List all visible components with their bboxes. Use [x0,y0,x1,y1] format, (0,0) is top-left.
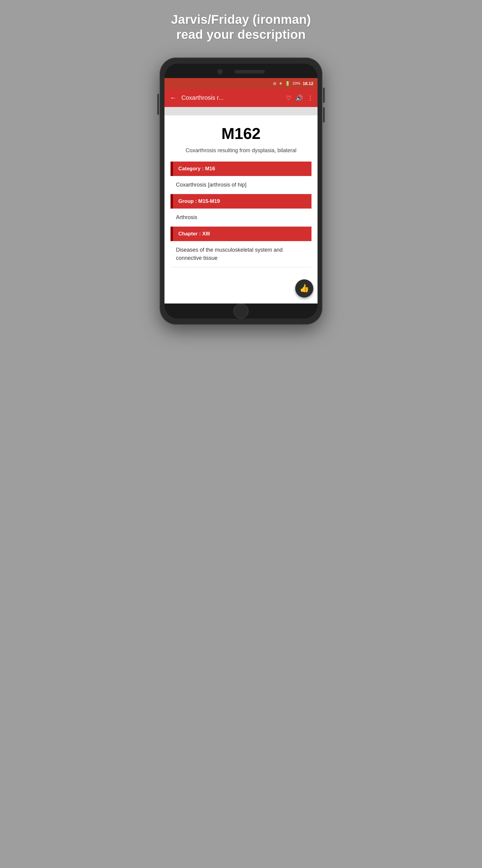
app-bar: ← Coxarthrosis r... ♡ 🔊 ⋮ [164,89,318,107]
back-button[interactable]: ← [169,93,178,103]
status-time: 18.12 [303,81,313,86]
category-body: Coxarthrosis [arthrosis of hip] [170,176,312,194]
app-bar-title: Coxarthrosis r... [181,94,282,101]
do-not-disturb-icon: ⊘ [273,81,277,86]
app-bar-actions: ♡ 🔊 ⋮ [286,94,313,101]
category-header: Category : M16 [170,161,312,176]
group-label: Group : M15-M19 [178,198,220,204]
icd-code: M162 [170,124,312,143]
group-body: Arthrosis [170,209,312,227]
content-area: M162 Coxarthrosis resulting from dysplas… [164,116,318,273]
home-button[interactable] [233,304,249,318]
chapter-body: Diseases of the musculoskeletal system a… [170,241,312,267]
chapter-label: Chapter : XIII [178,231,210,237]
more-options-button[interactable]: ⋮ [307,94,313,101]
chapter-description: Diseases of the musculoskeletal system a… [176,247,283,261]
category-section: Category : M16 Coxarthrosis [arthrosis o… [170,161,312,194]
group-description: Arthrosis [176,214,197,220]
earpiece-speaker [235,70,265,73]
thumbs-up-fab[interactable]: 👍 [295,279,313,298]
group-header: Group : M15-M19 [170,194,312,209]
chapter-header: Chapter : XIII [170,227,312,241]
phone-screen-area: ⊘ ✈ 🔋 20% 18.12 ← Coxarthrosis r... ♡ 🔊 … [164,64,318,318]
front-camera [217,69,223,74]
favorite-button[interactable]: ♡ [286,94,291,101]
category-description: Coxarthrosis [arthrosis of hip] [176,182,247,188]
category-label: Category : M16 [178,166,215,172]
icd-description: Coxarthrosis resulting from dysplasia, b… [170,147,312,154]
thumbs-up-icon: 👍 [299,284,309,293]
tts-button[interactable]: 🔊 [295,94,303,101]
volume-button [157,94,159,115]
fab-container: 👍 [164,273,318,304]
battery-percent: 20% [292,81,300,86]
airplane-mode-icon: ✈ [279,81,283,86]
promo-title: Jarvis/Friday (ironman) read your descri… [171,12,311,42]
group-section: Group : M15-M19 Arthrosis [170,194,312,227]
screen: ⊘ ✈ 🔋 20% 18.12 ← Coxarthrosis r... ♡ 🔊 … [164,78,318,304]
status-bar: ⊘ ✈ 🔋 20% 18.12 [164,78,318,89]
power-button [323,88,325,103]
toolbar-divider [164,107,318,116]
phone-top-hardware [164,64,318,78]
battery-icon: 🔋 [285,81,290,86]
phone-device: ⊘ ✈ 🔋 20% 18.12 ← Coxarthrosis r... ♡ 🔊 … [160,58,322,324]
chapter-section: Chapter : XIII Diseases of the musculosk… [170,227,312,267]
power-button-2 [323,107,325,122]
phone-bottom-bar [164,304,318,318]
